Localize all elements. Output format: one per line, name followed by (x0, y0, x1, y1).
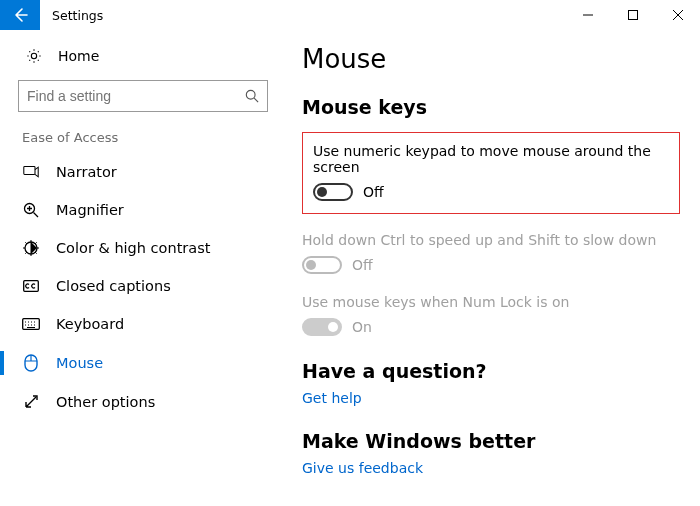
magnifier-icon (20, 202, 42, 218)
back-button[interactable] (0, 0, 40, 30)
app-body: Home Ease of Access Narrator Magnifier C… (0, 30, 700, 506)
maximize-button[interactable] (610, 0, 655, 30)
captions-icon (20, 278, 42, 294)
page-title: Mouse (302, 44, 680, 74)
sidebar-item-label: Keyboard (56, 316, 124, 332)
sidebar-item-contrast[interactable]: Color & high contrast (0, 229, 280, 267)
narrator-icon (20, 164, 42, 180)
feedback-title: Make Windows better (302, 430, 680, 452)
svg-rect-2 (24, 166, 35, 174)
content-pane: Mouse Mouse keys Use numeric keypad to m… (280, 30, 700, 506)
svg-point-1 (246, 90, 255, 99)
sidebar-item-keyboard[interactable]: Keyboard (0, 305, 280, 343)
sidebar-item-label: Narrator (56, 164, 117, 180)
sidebar-item-label: Mouse (56, 355, 103, 371)
sidebar-item-mouse[interactable]: Mouse (0, 343, 280, 383)
close-button[interactable] (655, 0, 700, 30)
keyboard-icon (20, 318, 42, 330)
toggle-state: On (352, 319, 372, 335)
sidebar-item-label: Color & high contrast (56, 240, 210, 256)
sidebar-item-magnifier[interactable]: Magnifier (0, 191, 280, 229)
sidebar: Home Ease of Access Narrator Magnifier C… (0, 30, 280, 506)
sidebar-item-label: Other options (56, 394, 155, 410)
mouse-icon (20, 354, 42, 372)
window-title: Settings (40, 0, 565, 30)
maximize-icon (628, 10, 638, 20)
sidebar-item-captions[interactable]: Closed captions (0, 267, 280, 305)
svg-rect-0 (628, 11, 637, 20)
sidebar-item-label: Closed captions (56, 278, 171, 294)
question-title: Have a question? (302, 360, 680, 382)
gear-icon (22, 48, 46, 64)
setting-label: Hold down Ctrl to speed up and Shift to … (302, 232, 680, 248)
ctrl-shift-toggle (302, 256, 342, 274)
search-input[interactable] (27, 88, 231, 104)
contrast-icon (20, 240, 42, 256)
close-icon (673, 10, 683, 20)
setting-label: Use mouse keys when Num Lock is on (302, 294, 680, 310)
group-title: Mouse keys (302, 96, 680, 118)
window-controls (565, 0, 700, 30)
get-help-link[interactable]: Get help (302, 390, 680, 406)
highlighted-setting: Use numeric keypad to move mouse around … (302, 132, 680, 214)
sidebar-item-other[interactable]: Other options (0, 383, 280, 421)
toggle-state: Off (363, 184, 384, 200)
search-icon (245, 89, 259, 103)
arrow-left-icon (12, 7, 28, 23)
search-box[interactable] (18, 80, 268, 112)
feedback-link[interactable]: Give us feedback (302, 460, 680, 476)
toggle-state: Off (352, 257, 373, 273)
home-button[interactable]: Home (0, 42, 280, 74)
titlebar: Settings (0, 0, 700, 30)
setting-label: Use numeric keypad to move mouse around … (313, 143, 669, 175)
section-heading: Ease of Access (0, 130, 280, 153)
other-icon (20, 394, 42, 410)
sidebar-item-label: Magnifier (56, 202, 124, 218)
home-label: Home (58, 48, 99, 64)
mouse-keys-toggle[interactable] (313, 183, 353, 201)
sidebar-item-narrator[interactable]: Narrator (0, 153, 280, 191)
minimize-button[interactable] (565, 0, 610, 30)
minimize-icon (583, 10, 593, 20)
numlock-toggle (302, 318, 342, 336)
